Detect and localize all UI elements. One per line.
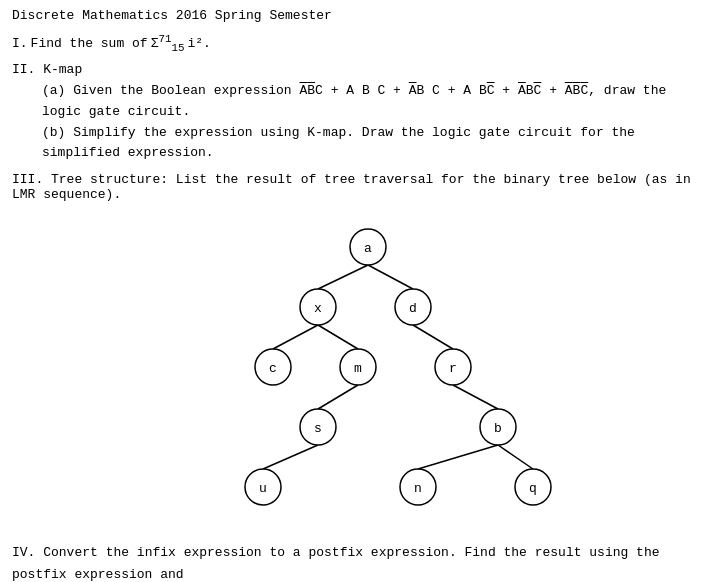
label-u: u [259,481,267,496]
bool-expr: ABC + A B C + AB C + A BC + ABC + ABC, [299,83,603,98]
sum-sup: 71 [158,33,171,45]
section2-parta: (a) Given the Boolean expression ABC + A… [42,81,694,123]
section3-label: III. Tree structure: List the result of … [12,172,694,202]
label-a: a [364,241,372,256]
section4-label: IV. [12,545,35,560]
section-3: III. Tree structure: List the result of … [12,172,694,532]
section2-label: II. K-map [12,62,694,77]
label-r: r [449,361,457,376]
parta-prefix: (a) Given the Boolean expression [42,83,299,98]
section2-partb: (b) Simplify the expression using K-map.… [42,123,694,165]
svg-line-8 [418,445,498,469]
page-title: Discrete Mathematics 2016 Spring Semeste… [12,8,694,23]
label-q: q [529,481,537,496]
section1-label: I. [12,36,28,51]
section1-text: Find the sum of [31,36,148,51]
tree-svg: a x d c m r s b u [143,212,563,532]
svg-line-5 [318,385,358,409]
section2-content: (a) Given the Boolean expression ABC + A… [42,81,694,164]
section4-text1: Convert the infix expression to a postfi… [12,545,660,582]
svg-line-6 [453,385,498,409]
tree-diagram: a x d c m r s b u [12,212,694,532]
label-n: n [414,481,422,496]
section1-expr: i². [187,36,210,51]
section1-sum: Σ7115 [151,33,185,54]
svg-line-9 [498,445,533,469]
svg-line-1 [368,265,413,289]
svg-line-0 [318,265,368,289]
label-s: s [314,421,322,436]
label-b: b [494,421,502,436]
label-c: c [269,361,277,376]
svg-line-2 [273,325,318,349]
section-2: II. K-map (a) Given the Boolean expressi… [12,62,694,164]
sum-sub: 15 [171,42,184,54]
section4-line1: IV. Convert the infix expression to a po… [12,542,694,582]
label-m: m [354,361,362,376]
section-1: I. Find the sum of Σ7115 i². [12,33,694,54]
svg-line-7 [263,445,318,469]
label-d: d [409,301,417,316]
section-4: IV. Convert the infix expression to a po… [12,542,694,582]
label-x: x [314,301,322,316]
svg-line-3 [318,325,358,349]
svg-line-4 [413,325,453,349]
